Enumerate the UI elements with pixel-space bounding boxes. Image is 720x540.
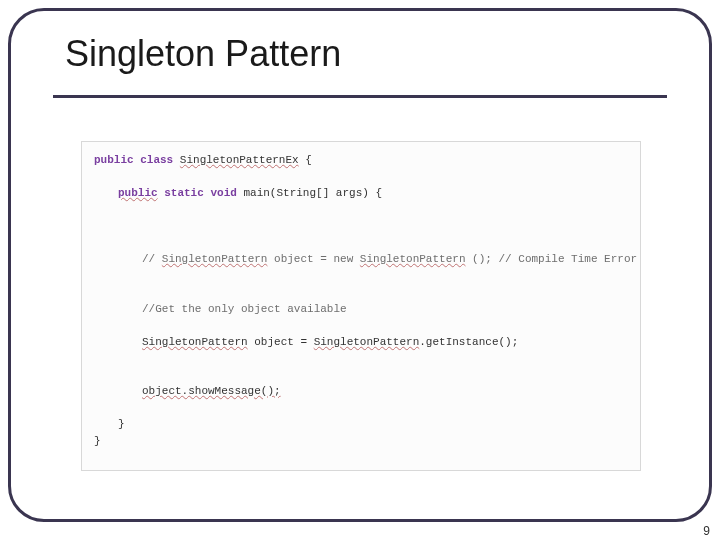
keyword: void xyxy=(210,187,236,199)
code-text: SingletonPattern xyxy=(142,336,248,348)
code-line: //Get the only object available xyxy=(94,301,628,318)
code-line: SingletonPattern object = SingletonPatte… xyxy=(94,334,628,351)
keyword: class xyxy=(140,154,173,166)
comment: (); // Compile Time Error xyxy=(465,253,637,265)
code-line: // SingletonPattern object = new Singlet… xyxy=(94,251,628,268)
code-line: public class SingletonPatternEx { xyxy=(94,152,628,169)
code-line xyxy=(94,202,628,219)
code-line xyxy=(94,400,628,417)
comment: SingletonPattern xyxy=(162,253,268,265)
code-line xyxy=(94,169,628,186)
code-line xyxy=(94,235,628,252)
class-name: SingletonPatternEx xyxy=(180,154,299,166)
code-text: object = xyxy=(248,336,314,348)
keyword: public xyxy=(118,187,158,199)
slide-frame: Singleton Pattern public class Singleton… xyxy=(8,8,712,522)
code-line xyxy=(94,317,628,334)
comment: // xyxy=(142,253,162,265)
code-line: } xyxy=(94,433,628,450)
slide: Singleton Pattern public class Singleton… xyxy=(0,0,720,540)
code-line xyxy=(94,367,628,384)
code-block: public class SingletonPatternEx { public… xyxy=(81,141,641,471)
code-text: .getInstance(); xyxy=(419,336,518,348)
code-line xyxy=(94,218,628,235)
code-text: main(String[] args) { xyxy=(237,187,382,199)
code-line: public static void main(String[] args) { xyxy=(94,185,628,202)
title-rule xyxy=(53,95,667,98)
code-line xyxy=(94,268,628,285)
code-text: { xyxy=(299,154,312,166)
keyword: public xyxy=(94,154,134,166)
code-text: SingletonPattern xyxy=(314,336,420,348)
code-line: object.showMessage(); xyxy=(94,383,628,400)
code-line: } xyxy=(94,416,628,433)
comment: object = new xyxy=(267,253,359,265)
slide-title: Singleton Pattern xyxy=(65,33,341,75)
code-line xyxy=(94,284,628,301)
comment: SingletonPattern xyxy=(360,253,466,265)
code-line xyxy=(94,350,628,367)
keyword: static xyxy=(164,187,204,199)
page-number: 9 xyxy=(703,524,710,538)
